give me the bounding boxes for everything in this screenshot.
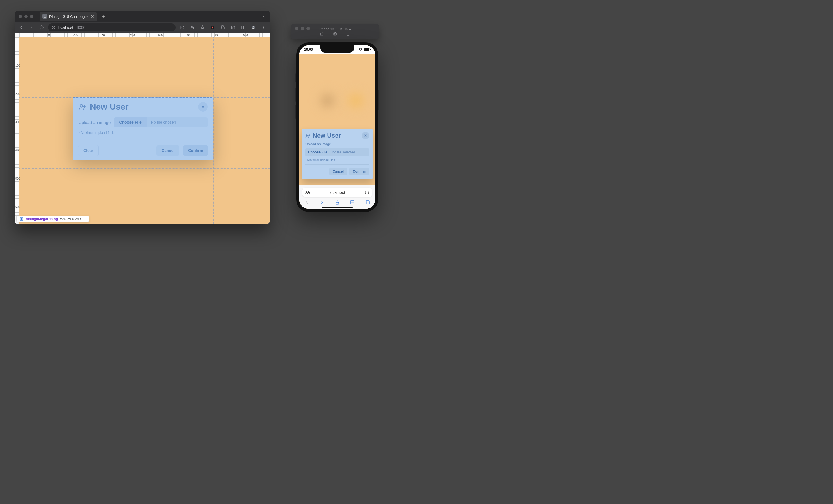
mobile-cancel-button[interactable]: Cancel <box>329 168 347 175</box>
mobile-dialog-title: New User <box>313 132 360 139</box>
mobile-file-placeholder: no file selected <box>330 148 369 156</box>
reload-icon[interactable] <box>38 24 45 31</box>
svg-rect-28 <box>20 219 22 221</box>
devtools-dimensions: 520.29 × 263.17 <box>60 217 86 221</box>
user-plus-icon <box>78 103 86 110</box>
rotate-icon[interactable] <box>346 32 350 36</box>
svg-rect-14 <box>241 26 245 29</box>
svg-marker-5 <box>200 25 204 29</box>
forward-icon[interactable] <box>28 24 35 31</box>
wifi-icon <box>358 48 362 51</box>
open-in-new-icon[interactable] <box>178 24 186 31</box>
safari-chrome: AA localhost <box>299 185 375 209</box>
mobile-upload-label: Upload an image <box>305 142 369 146</box>
extension-compass-icon[interactable] <box>209 24 216 31</box>
confirm-button[interactable]: Confirm <box>183 146 208 156</box>
safari-address-bar[interactable]: AA localhost <box>303 187 372 197</box>
svg-point-19 <box>263 27 264 28</box>
dialog-close-button[interactable] <box>198 102 208 111</box>
mobile-upload-hint: * Maximum upload 1mb <box>305 158 369 161</box>
safari-url: localhost <box>310 190 365 195</box>
safari-forward-icon[interactable] <box>319 200 325 205</box>
user-plus-icon <box>305 133 310 138</box>
svg-point-31 <box>334 33 335 34</box>
svg-rect-32 <box>347 32 349 35</box>
simulator-traffic-lights[interactable] <box>293 27 314 30</box>
star-icon[interactable] <box>199 24 206 31</box>
window-traffic-lights[interactable] <box>17 15 37 18</box>
tab-overflow-icon[interactable] <box>261 15 268 18</box>
cancel-button[interactable]: Cancel <box>156 146 180 156</box>
page-canvas[interactable]: New User Upload an image Choose File No … <box>19 37 270 224</box>
kebab-menu-icon[interactable] <box>260 24 267 31</box>
file-input[interactable]: Choose File No file chosen <box>114 117 208 127</box>
safari-bookmarks-icon[interactable] <box>350 200 355 205</box>
svg-point-21 <box>80 104 82 107</box>
file-input-placeholder: No file chosen <box>147 117 208 127</box>
simulator-titlebar: iPhone 13 – iOS 15.4 <box>291 24 379 39</box>
sidepanel-icon[interactable] <box>239 24 247 31</box>
svg-rect-27 <box>22 218 23 219</box>
browser-viewport: 100 200 300 400 500 600 700 800 900 100 … <box>15 33 270 224</box>
screenshot-icon[interactable] <box>333 32 337 36</box>
status-time: 10:03 <box>304 48 313 51</box>
dialog-header: New User <box>73 98 213 116</box>
dialog-surface: New User Upload an image Choose File No … <box>73 98 213 160</box>
dialog-body: Upload an image Choose File No file chos… <box>73 116 213 141</box>
tab-title: Dialog | GUI Challenges <box>49 15 89 19</box>
mobile-dialog-close[interactable] <box>362 132 369 139</box>
browser-tab[interactable]: Dialog | GUI Challenges ✕ <box>40 12 97 21</box>
url-host: localhost <box>58 25 73 30</box>
devtools-element-chip: dialog#MegaDialog 520.29 × 263.17 <box>16 216 89 222</box>
back-icon[interactable] <box>18 24 25 31</box>
svg-point-0 <box>44 16 45 17</box>
svg-rect-29 <box>22 219 23 221</box>
mega-dialog: New User Upload an image Choose File No … <box>73 98 213 160</box>
grid-icon <box>20 217 23 221</box>
dialog-footer: Clear Cancel Confirm <box>73 141 213 160</box>
ruler-vertical: 100 200 300 400 500 600 <box>15 37 19 224</box>
svg-point-17 <box>253 26 254 27</box>
upload-hint: * Maximum upload 1mb <box>78 127 208 139</box>
site-info-icon[interactable] <box>51 25 55 29</box>
mobile-choose-file[interactable]: Choose File <box>305 148 330 156</box>
browser-tabstrip: Dialog | GUI Challenges ✕ ＋ <box>15 11 270 22</box>
address-bar[interactable]: localhost:3000 <box>48 23 175 31</box>
safari-tabs-icon[interactable] <box>365 200 370 205</box>
iphone-device-frame: 10:03 New User Upload an <box>296 42 378 212</box>
safari-reload-icon[interactable] <box>365 191 369 195</box>
svg-point-20 <box>263 28 264 29</box>
profile-icon[interactable] <box>249 24 257 31</box>
svg-point-33 <box>360 50 360 51</box>
home-indicator[interactable] <box>322 207 353 208</box>
battery-icon <box>364 48 370 51</box>
dialog-title: New User <box>90 102 194 111</box>
svg-rect-30 <box>333 33 336 35</box>
svg-point-18 <box>263 26 264 26</box>
ruler-horizontal: 100 200 300 400 500 600 700 800 900 <box>19 33 270 37</box>
ruler-corner <box>15 33 19 37</box>
reader-icon[interactable]: AA <box>305 191 310 194</box>
safari-back-icon[interactable] <box>304 200 309 205</box>
url-port: :3000 <box>75 25 86 30</box>
tab-close-icon[interactable]: ✕ <box>91 14 94 19</box>
svg-rect-40 <box>366 201 370 204</box>
clear-button[interactable]: Clear <box>78 145 99 156</box>
svg-rect-26 <box>20 218 22 219</box>
share-icon[interactable] <box>189 24 196 31</box>
background-blob <box>319 92 336 109</box>
browser-window: Dialog | GUI Challenges ✕ ＋ localhost:30… <box>15 11 270 224</box>
upload-label: Upload an image <box>78 120 111 125</box>
iphone-screen: 10:03 New User Upload an <box>299 45 375 209</box>
mobile-confirm-button[interactable]: Confirm <box>349 168 369 175</box>
mobile-dialog: New User Upload an image Choose File no … <box>302 129 373 179</box>
home-icon[interactable] <box>319 32 324 36</box>
mobile-file-input[interactable]: Choose File no file selected <box>305 148 369 156</box>
media-controls-icon[interactable] <box>229 24 237 31</box>
extensions-icon[interactable] <box>219 24 227 31</box>
svg-point-34 <box>306 134 308 135</box>
notch <box>320 45 354 53</box>
new-tab-button[interactable]: ＋ <box>99 13 108 20</box>
safari-share-icon[interactable] <box>335 200 340 205</box>
choose-file-button[interactable]: Choose File <box>114 117 147 127</box>
